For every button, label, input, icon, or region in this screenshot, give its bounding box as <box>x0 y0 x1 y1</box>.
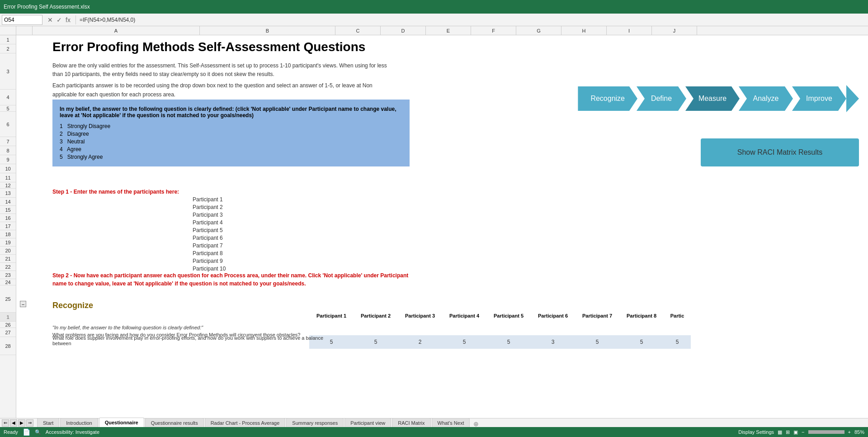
zoom-in-icon[interactable]: + <box>848 429 851 435</box>
tab-summary-responses[interactable]: Summary responses <box>286 418 344 428</box>
row-16: 16 <box>0 214 16 222</box>
scale-item-2: 2 Disagree <box>60 131 402 137</box>
participant-9: Participant 9 <box>193 258 226 264</box>
status-left: Ready 📄 🔍 Accessibility: Investigate <box>4 428 99 436</box>
description-text: Below are the only valid entries for the… <box>52 62 396 99</box>
tab-questionnaire[interactable]: Questionnaire <box>99 418 144 428</box>
tab-start[interactable]: Start <box>37 418 59 428</box>
title-bar: Error Proofing Self Assessment.xlsx <box>0 0 868 14</box>
answer-3[interactable]: 2 <box>398 339 442 345</box>
status-bar: Ready 📄 🔍 Accessibility: Investigate Dis… <box>0 427 868 437</box>
step-recognize[interactable]: Recognize <box>578 86 637 111</box>
row-12: 12 <box>0 182 16 189</box>
process-flow: Recognize Define Measure Analyze Improve <box>578 85 859 112</box>
answer-8[interactable]: 5 <box>619 339 664 345</box>
scroll-left-start[interactable]: ⇐ <box>2 419 9 427</box>
row-1: 1 <box>0 35 16 44</box>
question-row-28: What role does supplier involvement play… <box>52 335 342 347</box>
row-10: 10 <box>0 164 16 173</box>
zoom-level: 85% <box>854 429 864 435</box>
scale-item-4: 4 Agree <box>60 146 402 152</box>
tab-raci-matrix[interactable]: RACI Matrix <box>392 418 430 428</box>
scroll-left[interactable]: ◀ <box>10 419 17 427</box>
answer-2[interactable]: 5 <box>354 339 398 345</box>
row-20: 20 <box>0 247 16 255</box>
zoom-out-icon[interactable]: − <box>802 429 804 435</box>
ph-7: Participant 7 <box>575 311 619 320</box>
insert-function-icon[interactable]: fx <box>64 16 72 24</box>
row-22: 22 <box>0 263 16 271</box>
sheet-tabs: Start Introduction Questionnaire Questio… <box>35 418 868 428</box>
row-7: 7 <box>0 137 16 146</box>
zoom-slider[interactable] <box>808 430 844 434</box>
scroll-nav: ⇐ ◀ ▶ ⇒ <box>0 419 35 427</box>
participant-5: Participant 5 <box>193 227 226 233</box>
answer-5[interactable]: 5 <box>486 339 531 345</box>
answer-6[interactable]: 3 <box>531 339 575 345</box>
col-header-j[interactable]: J <box>652 26 697 35</box>
col-header-rownum <box>16 26 33 35</box>
scroll-right[interactable]: ▶ <box>18 419 25 427</box>
view-page-layout-icon[interactable]: ▣ <box>793 429 798 435</box>
step-define[interactable]: Define <box>637 86 686 111</box>
add-sheet-button[interactable]: ⊕ <box>471 420 481 428</box>
tab-questionnaire-results[interactable]: Questionnaire results <box>145 418 204 428</box>
step1-text: Step 1 - Enter the names of the particip… <box>52 188 179 195</box>
participant-10: Participant 10 <box>193 266 226 272</box>
raci-button[interactable]: Show RACI Matrix Results <box>701 138 859 166</box>
status-sheet-icon: 📄 <box>23 428 30 436</box>
tab-whats-next[interactable]: What's Next <box>432 418 470 428</box>
col-header-h[interactable]: H <box>561 26 607 35</box>
step-analyze[interactable]: Analyze <box>739 86 793 111</box>
participant-6: Participant 6 <box>193 235 226 241</box>
name-box[interactable]: O54 <box>2 15 42 25</box>
view-page-break-icon[interactable]: ⊞ <box>786 429 790 435</box>
tab-participant-view[interactable]: Participant view <box>344 418 391 428</box>
row-21: 21 <box>0 255 16 263</box>
row-25: 25 <box>0 285 16 313</box>
col-header-f[interactable]: F <box>471 26 516 35</box>
scale-item-3: 3 Neutral <box>60 138 402 145</box>
row-17: 17 <box>0 222 16 230</box>
participant-column-headers: Participant 1 Participant 2 Participant … <box>309 311 691 320</box>
ph-more: Partic <box>664 311 691 320</box>
scale-item-5: 5 Strongly Agree <box>60 154 402 160</box>
display-settings[interactable]: Display Settings <box>738 429 774 435</box>
scroll-area: ⇐ ◀ ▶ ⇒ Start Introduction Questionnaire… <box>0 418 868 427</box>
content-area: Error Proofing Methods Self-Assessment Q… <box>16 35 868 418</box>
cancel-formula-icon[interactable]: ✕ <box>46 16 54 24</box>
step-improve[interactable]: Improve <box>792 86 846 111</box>
step-arrow-end <box>846 85 859 112</box>
answer-9[interactable]: 5 <box>664 339 691 345</box>
scale-list: 1 Strongly Disagree 2 Disagree 3 Neutral… <box>60 123 402 160</box>
col-header-d[interactable]: D <box>381 26 426 35</box>
col-header-b[interactable]: B <box>200 26 335 35</box>
row-9: 9 <box>0 155 16 164</box>
view-normal-icon[interactable]: ▦ <box>778 429 782 435</box>
tab-radar-chart[interactable]: Radar Chart - Process Average <box>205 418 286 428</box>
row-14: 14 <box>0 198 16 206</box>
row-13: 13 <box>0 189 16 198</box>
col-header-a[interactable]: A <box>33 26 200 35</box>
answer-4[interactable]: 5 <box>442 339 486 345</box>
row-5: 5 <box>0 105 16 112</box>
participant-3: Participant 3 <box>193 212 226 218</box>
col-header-i[interactable]: I <box>607 26 652 35</box>
participant-1: Participant 1 <box>193 196 226 203</box>
col-header-g[interactable]: G <box>516 26 561 35</box>
col-header-c[interactable]: C <box>335 26 381 35</box>
collapse-button[interactable]: – <box>20 301 26 307</box>
step-measure[interactable]: Measure <box>685 86 740 111</box>
formula-bar: O54 ✕ ✓ fx =IF(N54>0,M54/N54,0) <box>0 14 868 26</box>
tab-introduction[interactable]: Introduction <box>60 418 98 428</box>
formula-divider <box>75 15 76 24</box>
col-header-e[interactable]: E <box>426 26 471 35</box>
row-6: 6 <box>0 112 16 137</box>
confirm-formula-icon[interactable]: ✓ <box>55 16 63 24</box>
answer-7[interactable]: 5 <box>575 339 619 345</box>
accessibility-text: Accessibility: Investigate <box>46 429 99 435</box>
ph-5: Participant 5 <box>486 311 531 320</box>
scroll-right-end[interactable]: ⇒ <box>26 419 33 427</box>
status-right: Display Settings ▦ ⊞ ▣ − + 85% <box>738 429 864 435</box>
row-26: 26 <box>0 322 16 328</box>
